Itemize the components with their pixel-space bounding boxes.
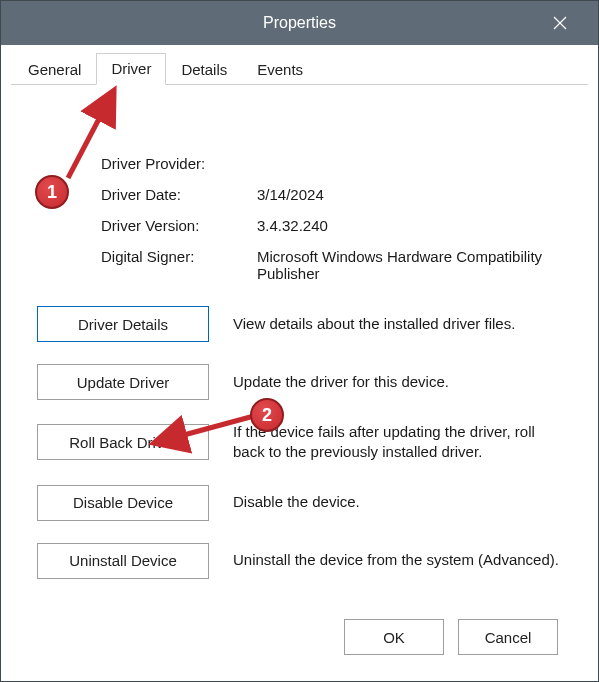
uninstall-device-button[interactable]: Uninstall Device bbox=[37, 543, 209, 579]
driver-date-value: 3/14/2024 bbox=[257, 186, 568, 203]
driver-info-grid: Driver Provider: Driver Date: 3/14/2024 … bbox=[101, 155, 568, 282]
dialog-buttons: OK Cancel bbox=[31, 611, 568, 659]
driver-version-label: Driver Version: bbox=[101, 217, 251, 234]
disable-device-desc: Disable the device. bbox=[233, 492, 560, 512]
driver-actions: Driver Details View details about the in… bbox=[37, 306, 560, 579]
close-button[interactable] bbox=[540, 1, 580, 45]
tab-strip: General Driver Details Events bbox=[11, 53, 588, 85]
digital-signer-label: Digital Signer: bbox=[101, 248, 251, 282]
disable-device-button[interactable]: Disable Device bbox=[37, 485, 209, 521]
dialog-client: General Driver Details Events Driver Pro… bbox=[1, 45, 598, 681]
tab-content-driver: Driver Provider: Driver Date: 3/14/2024 … bbox=[11, 85, 588, 671]
update-driver-button[interactable]: Update Driver bbox=[37, 364, 209, 400]
driver-provider-value bbox=[257, 155, 568, 172]
roll-back-driver-button[interactable]: Roll Back Driver bbox=[37, 424, 209, 460]
window-title: Properties bbox=[263, 14, 336, 32]
cancel-button[interactable]: Cancel bbox=[458, 619, 558, 655]
digital-signer-value: Microsoft Windows Hardware Compatibility… bbox=[257, 248, 568, 282]
tab-details[interactable]: Details bbox=[166, 54, 242, 85]
update-driver-desc: Update the driver for this device. bbox=[233, 372, 560, 392]
tab-events[interactable]: Events bbox=[242, 54, 318, 85]
driver-provider-label: Driver Provider: bbox=[101, 155, 251, 172]
title-bar: Properties bbox=[1, 1, 598, 45]
properties-dialog: Properties General Driver Details Events… bbox=[0, 0, 599, 682]
driver-details-desc: View details about the installed driver … bbox=[233, 314, 560, 334]
driver-date-label: Driver Date: bbox=[101, 186, 251, 203]
uninstall-device-desc: Uninstall the device from the system (Ad… bbox=[233, 550, 560, 570]
roll-back-driver-desc: If the device fails after updating the d… bbox=[233, 422, 560, 463]
tab-driver[interactable]: Driver bbox=[96, 53, 166, 85]
tab-general[interactable]: General bbox=[13, 54, 96, 85]
close-icon bbox=[553, 16, 567, 30]
driver-version-value: 3.4.32.240 bbox=[257, 217, 568, 234]
ok-button[interactable]: OK bbox=[344, 619, 444, 655]
driver-details-button[interactable]: Driver Details bbox=[37, 306, 209, 342]
